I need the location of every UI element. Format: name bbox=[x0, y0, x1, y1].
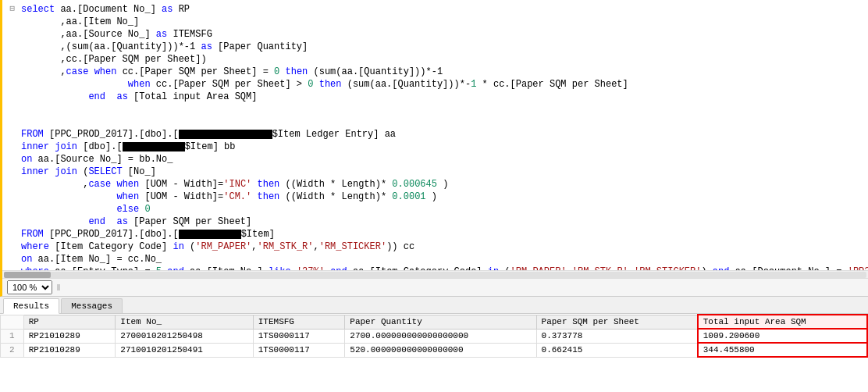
line-7: when cc.[Paper SQM per Sheet] > 0 then (… bbox=[2, 78, 868, 91]
row-2-rp: RP21010289 bbox=[23, 343, 116, 357]
line-14: ,case when [UOM - Width]='INC' then ((Wi… bbox=[2, 178, 868, 191]
line-text: select aa.[Document No_] as RP bbox=[18, 3, 190, 16]
results-area[interactable]: RP Item No_ ITEMSFG Paper Quantity Paper… bbox=[0, 314, 868, 392]
table-row: 1 RP21010289 2700010201250498 1TS0000117… bbox=[1, 329, 868, 343]
row-2-itemno: 2710010201250491 bbox=[116, 343, 253, 357]
line-text: when cc.[Paper SQM per Sheet] > 0 then (… bbox=[18, 78, 628, 91]
line-blank2 bbox=[2, 116, 868, 128]
horizontal-scrollbar[interactable] bbox=[2, 270, 868, 278]
col-header-totalsqm: Total input Area SQM bbox=[698, 315, 867, 329]
line-text: FROM [PPC_PROD_2017].[dbo].[$Item] bbox=[18, 228, 275, 241]
row-1-rp: RP21010289 bbox=[23, 329, 116, 343]
divider bbox=[57, 284, 60, 290]
tab-results-label: Results bbox=[13, 301, 49, 311]
line-text: where aa.[Entry Type] = 5 and aa.[Item N… bbox=[18, 265, 868, 270]
line-18: FROM [PPC_PROD_2017].[dbo].[$Item] bbox=[2, 228, 868, 241]
col-header-rownum bbox=[1, 315, 24, 329]
row-2-num: 2 bbox=[1, 343, 24, 357]
col-header-papersqm: Paper SQM per Sheet bbox=[536, 315, 698, 329]
line-13: inner join (SELECT [No_] bbox=[2, 166, 868, 178]
line-8: end as [Total input Area SQM] bbox=[2, 91, 868, 103]
line-text: on aa.[Source No_] = bb.No_ bbox=[18, 153, 173, 166]
line-12: on aa.[Source No_] = bb.No_ bbox=[2, 153, 868, 166]
tab-messages[interactable]: Messages bbox=[61, 298, 123, 313]
line-text bbox=[18, 103, 27, 116]
tab-messages-label: Messages bbox=[71, 301, 112, 311]
col-header-rp: RP bbox=[23, 315, 116, 329]
line-text: inner join [dbo].[$Item] bb bbox=[18, 141, 235, 153]
line-text: ,(sum(aa.[Quantity]))*-1 as [Paper Quant… bbox=[18, 41, 308, 53]
line-text: when [UOM - Width]='CM.' then ((Width * … bbox=[18, 191, 437, 203]
line-10: FROM [PPC_PROD_2017].[dbo].[$Item Ledger… bbox=[2, 128, 868, 141]
row-1-paperqty: 2700.000000000000000000 bbox=[345, 329, 536, 343]
row-2-paperqty: 520.000000000000000000 bbox=[345, 343, 536, 357]
line-20: on aa.[Item No_] = cc.No_ bbox=[2, 253, 868, 265]
row-2-itemsfg: 1TS0000117 bbox=[253, 343, 345, 357]
line-21: where aa.[Entry Type] = 5 and aa.[Item N… bbox=[2, 265, 868, 270]
row-1-papersqm: 0.373778 bbox=[536, 329, 698, 343]
line-19: where [Item Category Code] in ('RM_PAPER… bbox=[2, 241, 868, 253]
line-text: end as [Paper SQM per Sheet] bbox=[18, 216, 251, 228]
line-text: ,cc.[Paper SQM per Sheet]) bbox=[18, 53, 207, 66]
line-text: where [Item Category Code] in ('RM_PAPER… bbox=[18, 241, 414, 253]
line-text bbox=[18, 116, 27, 128]
sql-editor: ⊟ select aa.[Document No_] as RP ,aa.[It… bbox=[0, 0, 868, 297]
col-header-paperqty: Paper Quantity bbox=[345, 315, 536, 329]
col-header-itemno: Item No_ bbox=[116, 315, 253, 329]
tab-results[interactable]: Results bbox=[3, 298, 59, 314]
line-15: when [UOM - Width]='CM.' then ((Width * … bbox=[2, 191, 868, 203]
results-table: RP Item No_ ITEMSFG Paper Quantity Paper… bbox=[0, 314, 868, 358]
scroll-track[interactable] bbox=[4, 272, 866, 278]
line-text: on aa.[Item No_] = cc.No_ bbox=[18, 253, 162, 265]
row-1-itemno: 2700010201250498 bbox=[116, 329, 253, 343]
col-header-itemsfg: ITEMSFG bbox=[253, 315, 345, 329]
scroll-thumb[interactable] bbox=[4, 272, 51, 278]
line-text: ,case when [UOM - Width]='INC' then ((Wi… bbox=[18, 178, 448, 191]
line-17: end as [Paper SQM per Sheet] bbox=[2, 216, 868, 228]
line-text: FROM [PPC_PROD_2017].[dbo].[$Item Ledger… bbox=[18, 128, 396, 141]
line-4: ,(sum(aa.[Quantity]))*-1 as [Paper Quant… bbox=[2, 41, 868, 53]
line-1: ⊟ select aa.[Document No_] as RP bbox=[2, 3, 868, 16]
table-row: 2 RP21010289 2710010201250491 1TS0000117… bbox=[1, 343, 868, 357]
line-text: else 0 bbox=[18, 203, 151, 216]
line-text: ,aa.[Source No_] as ITEMSFG bbox=[18, 28, 212, 41]
line-11: inner join [dbo].[$Item] bb bbox=[2, 141, 868, 153]
tabs-bar: Results Messages bbox=[0, 297, 868, 314]
line-text: end as [Total input Area SQM] bbox=[18, 91, 257, 103]
zoom-bar: 100 % 75 % 125 % bbox=[2, 278, 868, 296]
line-3: ,aa.[Source No_] as ITEMSFG bbox=[2, 28, 868, 41]
line-blank1 bbox=[2, 103, 868, 116]
line-text: ,case when cc.[Paper SQM per Sheet] = 0 … bbox=[18, 66, 443, 78]
line-gutter: ⊟ bbox=[2, 3, 18, 13]
row-2-totalsqm: 344.455800 bbox=[698, 343, 867, 357]
line-5: ,cc.[Paper SQM per Sheet]) bbox=[2, 53, 868, 66]
zoom-select[interactable]: 100 % 75 % 125 % bbox=[7, 280, 52, 294]
line-text: ,aa.[Item No_] bbox=[18, 16, 139, 28]
row-1-itemsfg: 1TS0000117 bbox=[253, 329, 345, 343]
line-6: ,case when cc.[Paper SQM per Sheet] = 0 … bbox=[2, 66, 868, 78]
line-16: else 0 bbox=[2, 203, 868, 216]
row-1-num: 1 bbox=[1, 329, 24, 343]
line-text: inner join (SELECT [No_] bbox=[18, 166, 156, 178]
line-2: ,aa.[Item No_] bbox=[2, 16, 868, 28]
row-1-totalsqm: 1009.200600 bbox=[698, 329, 867, 343]
row-2-papersqm: 0.662415 bbox=[536, 343, 698, 357]
sql-content[interactable]: ⊟ select aa.[Document No_] as RP ,aa.[It… bbox=[2, 0, 868, 270]
